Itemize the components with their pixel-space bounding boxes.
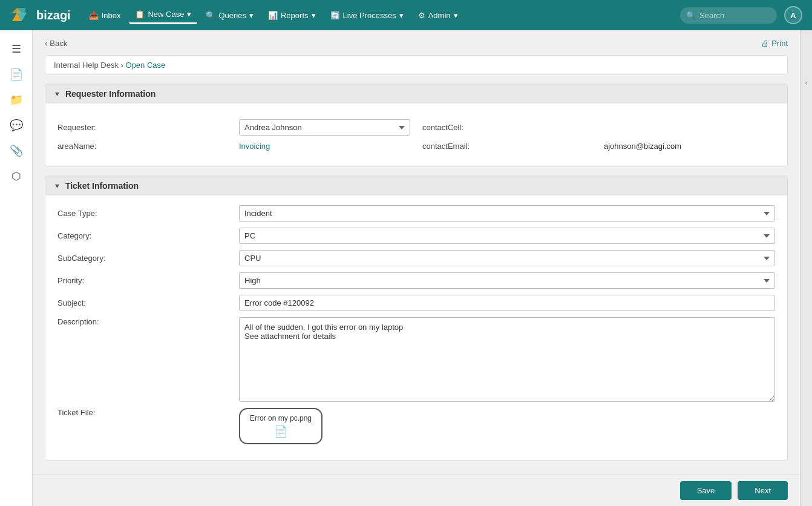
description-row: Description: All of the sudden, I got th… <box>57 317 775 402</box>
contact-email-label: contactEmail: <box>422 142 592 151</box>
right-panel-toggle[interactable]: ‹ <box>800 30 812 506</box>
logo-area[interactable]: bizagi <box>10 4 71 26</box>
breadcrumb-separator: › <box>121 61 126 70</box>
description-label: Description: <box>57 317 227 326</box>
sidebar-clip-icon[interactable]: 📎 <box>5 139 28 162</box>
area-name-label: areaName: <box>57 142 227 151</box>
priority-label: Priority: <box>57 276 227 285</box>
back-arrow-icon: ‹ <box>45 39 47 48</box>
avatar[interactable]: A <box>784 6 802 24</box>
ticket-section-title: Ticket Information <box>65 181 139 191</box>
reports-icon: 📊 <box>268 11 278 20</box>
print-icon: 🖨 <box>761 39 769 48</box>
area-name-value: Invoicing <box>239 142 410 151</box>
subject-label: Subject: <box>57 298 227 307</box>
sidebar-folder-icon[interactable]: 📁 <box>5 88 28 111</box>
save-button[interactable]: Save <box>680 481 732 500</box>
requester-label: Requester: <box>57 123 227 132</box>
nav-admin[interactable]: ⚙ Admin ▾ <box>412 7 464 24</box>
nav-live-processes[interactable]: 🔄 Live Processes ▾ <box>324 7 410 24</box>
new-case-icon: 📋 <box>135 10 145 19</box>
sidebar-flow-icon[interactable]: ⬡ <box>5 165 28 188</box>
back-button[interactable]: ‹ Back <box>45 39 67 48</box>
ticket-file-area: Error on my pc.png 📄 <box>239 408 775 444</box>
priority-select[interactable]: High <box>239 272 775 289</box>
requester-select-wrapper: Andrea Johnson <box>239 119 410 136</box>
main-content: ‹ Back 🖨 Print Internal Help Desk › Open… <box>33 30 800 506</box>
top-nav: bizagi 📥 Inbox 📋 New Case ▾ 🔍 Queries ▾ … <box>0 0 812 30</box>
description-textarea[interactable]: All of the sudden, I got this error on m… <box>239 317 775 402</box>
ticket-section: ▼ Ticket Information Case Type: Incident… <box>45 176 788 461</box>
contact-email-value: ajohnson@bizagi.com <box>604 142 775 151</box>
breadcrumb: Internal Help Desk › Open Case <box>45 55 788 75</box>
contact-cell-label: contactCell: <box>422 123 592 132</box>
logo-text: bizagi <box>36 8 71 22</box>
category-label: Category: <box>57 231 227 240</box>
requester-section: ▼ Requester Information Requester: Andre… <box>45 84 788 167</box>
file-name: Error on my pc.png <box>250 414 312 422</box>
requester-grid: Requester: Andrea Johnson contactCell: a… <box>57 113 775 157</box>
ticket-section-header[interactable]: ▼ Ticket Information <box>45 176 787 196</box>
print-button[interactable]: 🖨 Print <box>761 39 788 48</box>
nav-new-case[interactable]: 📋 New Case ▾ <box>129 6 197 24</box>
ticket-section-body: Case Type: Incident Category: PC SubCate… <box>45 196 787 460</box>
requester-chevron-icon: ▼ <box>54 90 61 97</box>
queries-icon: 🔍 <box>206 11 215 20</box>
sidebar-chat-icon[interactable]: 💬 <box>5 114 28 137</box>
sidebar-list-icon[interactable]: ☰ <box>5 38 28 61</box>
new-case-dropdown-icon: ▾ <box>187 10 191 19</box>
ticket-chevron-icon: ▼ <box>54 182 61 189</box>
breadcrumb-current: Open Case <box>126 61 166 70</box>
next-button[interactable]: Next <box>738 481 788 500</box>
requester-section-title: Requester Information <box>65 89 156 99</box>
search-icon: 🔍 <box>686 11 696 20</box>
requester-section-header[interactable]: ▼ Requester Information <box>45 84 787 104</box>
sidebar: ☰ 📄 📁 💬 📎 ⬡ <box>0 30 33 506</box>
priority-row: Priority: High <box>57 272 775 289</box>
nav-queries[interactable]: 🔍 Queries ▾ <box>200 7 260 24</box>
live-processes-icon: 🔄 <box>330 11 340 20</box>
right-panel-chevron-icon: ‹ <box>805 79 808 87</box>
category-row: Category: PC <box>57 228 775 244</box>
nav-inbox[interactable]: 📥 Inbox <box>83 7 127 24</box>
subcategory-select[interactable]: CPU <box>239 250 775 266</box>
file-attachment[interactable]: Error on my pc.png 📄 <box>239 408 323 444</box>
admin-icon: ⚙ <box>418 11 425 20</box>
ticket-file-row: Ticket File: Error on my pc.png 📄 <box>57 408 775 444</box>
main-layout: ☰ 📄 📁 💬 📎 ⬡ ‹ Back 🖨 Print Internal Help… <box>0 30 812 506</box>
bizagi-logo <box>10 4 31 26</box>
requester-select[interactable]: Andrea Johnson <box>239 119 410 136</box>
admin-dropdown-icon: ▾ <box>454 11 458 20</box>
bottom-bar: Save Next <box>33 475 800 506</box>
search-wrapper: 🔍 <box>680 7 777 24</box>
breadcrumb-parent[interactable]: Internal Help Desk <box>54 61 119 70</box>
subject-input[interactable] <box>239 295 775 311</box>
file-doc-icon: 📄 <box>274 425 287 438</box>
case-type-select[interactable]: Incident <box>239 205 775 222</box>
live-processes-dropdown-icon: ▾ <box>399 11 404 20</box>
subcategory-label: SubCategory: <box>57 254 227 263</box>
case-type-row: Case Type: Incident <box>57 205 775 222</box>
ticket-file-label: Ticket File: <box>57 408 227 417</box>
subcategory-row: SubCategory: CPU <box>57 250 775 266</box>
category-select[interactable]: PC <box>239 228 775 244</box>
top-actions: ‹ Back 🖨 Print <box>45 39 788 48</box>
reports-dropdown-icon: ▾ <box>312 11 316 20</box>
requester-section-body: Requester: Andrea Johnson contactCell: a… <box>45 104 787 166</box>
case-type-label: Case Type: <box>57 209 227 218</box>
subject-row: Subject: <box>57 295 775 311</box>
nav-reports[interactable]: 📊 Reports ▾ <box>262 7 322 24</box>
sidebar-doc-icon[interactable]: 📄 <box>5 63 28 86</box>
inbox-icon: 📥 <box>89 11 99 20</box>
queries-dropdown-icon: ▾ <box>249 11 254 20</box>
